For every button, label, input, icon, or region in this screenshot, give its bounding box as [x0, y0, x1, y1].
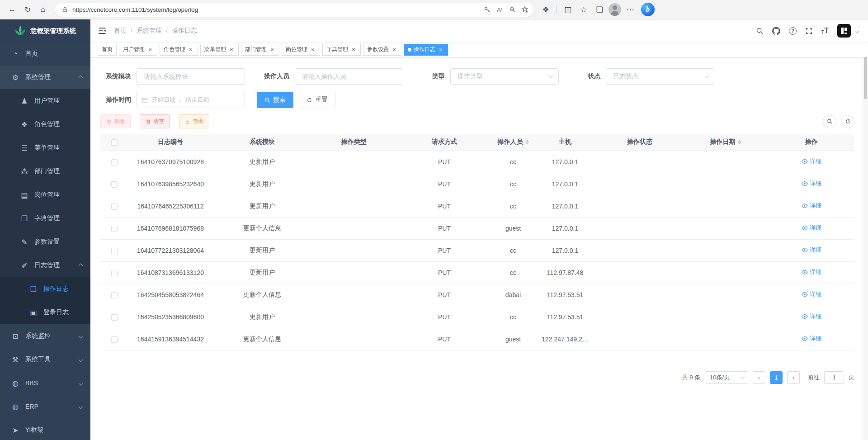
sidebar-menu-item[interactable]: ✎ 参数设置 — [0, 230, 90, 254]
tab-tag[interactable]: 字典管理 × — [322, 44, 361, 56]
sidebar-menu-item[interactable]: ⁂ 部门管理 — [0, 160, 90, 183]
sidebar-menu-item[interactable]: ❏ 操作日志 — [0, 277, 90, 301]
date-range-picker[interactable]: 开始日期 - 结束日期 — [137, 92, 245, 108]
row-checkbox[interactable] — [111, 159, 118, 166]
goto-page-input[interactable] — [824, 371, 844, 384]
tab-tag[interactable]: 操作日志 × — [404, 44, 448, 56]
tab-tag[interactable]: 角色管理 × — [160, 44, 198, 56]
sidebar-menu-item[interactable]: ✐ 日志管理 — [0, 254, 90, 277]
sidebar-menu-item[interactable]: ➤ Yi框架 — [0, 418, 90, 440]
row-checkbox[interactable] — [111, 336, 118, 343]
tab-tag[interactable]: 菜单管理 × — [200, 44, 239, 56]
collections-icon[interactable]: ❏ — [593, 3, 606, 16]
column-header[interactable]: 操作 — [769, 134, 854, 151]
row-checkbox[interactable] — [111, 181, 118, 188]
more-icon[interactable]: ⋯ — [623, 3, 637, 16]
next-page-button[interactable]: › — [787, 371, 800, 384]
status-select[interactable]: 日志状态 — [606, 68, 714, 85]
sidebar-menu-item[interactable]: ▣ 登录日志 — [0, 301, 90, 324]
split-screen-icon[interactable]: ◫ — [561, 3, 575, 16]
user-avatar[interactable] — [837, 24, 851, 38]
fullscreen-icon[interactable] — [805, 27, 813, 35]
search-icon[interactable] — [756, 27, 764, 35]
operator-input[interactable] — [295, 68, 403, 85]
column-header[interactable]: 操作人员 — [493, 134, 533, 151]
back-icon[interactable]: ← — [5, 3, 19, 16]
sidebar-menu-item[interactable]: ☰ 菜单管理 — [0, 136, 90, 160]
delete-button[interactable]: 删除 — [100, 114, 131, 128]
github-icon[interactable] — [772, 27, 780, 35]
close-icon[interactable]: × — [228, 47, 235, 53]
sidebar-menu-item[interactable]: ⚒ 系统工具 — [0, 348, 90, 371]
sidebar-menu-item[interactable]: ⊡ 系统监控 — [0, 324, 90, 348]
row-checkbox[interactable] — [111, 248, 118, 254]
close-icon[interactable]: × — [391, 47, 397, 53]
column-header[interactable]: 操作类型 — [312, 134, 396, 151]
sidebar-menu-item[interactable]: ♟ 用户管理 — [0, 89, 90, 113]
row-checkbox[interactable] — [111, 203, 118, 210]
help-icon[interactable]: ? — [789, 27, 797, 35]
home-icon[interactable]: ⌂ — [36, 3, 50, 16]
row-checkbox[interactable] — [111, 314, 118, 321]
search-button[interactable]: 搜索 — [257, 92, 293, 108]
close-icon[interactable]: × — [269, 47, 275, 53]
detail-link[interactable]: 详细 — [802, 290, 821, 298]
detail-link[interactable]: 详细 — [802, 268, 821, 276]
sort-icon[interactable] — [525, 138, 529, 146]
column-header[interactable]: 系统模块 — [212, 134, 312, 151]
row-checkbox[interactable] — [111, 292, 118, 298]
reset-button[interactable]: 重置 — [299, 92, 335, 108]
detail-link[interactable]: 详细 — [802, 202, 821, 210]
export-button[interactable]: 导出 — [179, 114, 209, 128]
breadcrumb-item[interactable]: 首页 — [114, 27, 127, 35]
sidebar-menu-item[interactable]: ◍ ERP — [0, 395, 90, 418]
tab-tag[interactable]: 用户管理 × — [119, 44, 157, 56]
zoom-out-icon[interactable] — [506, 4, 518, 15]
column-header[interactable]: 请求方式 — [396, 134, 493, 151]
key-icon[interactable] — [481, 4, 493, 15]
refresh-icon[interactable]: ↻ — [21, 3, 34, 16]
browser-scrollbar[interactable] — [863, 19, 868, 440]
detail-link[interactable]: 详细 — [802, 246, 821, 254]
page-size-select[interactable]: 10条/页 — [705, 371, 748, 384]
app-logo[interactable]: 意框架管理系统 — [0, 19, 90, 42]
tab-tag[interactable]: 首页 × — [98, 44, 117, 56]
extensions-icon[interactable]: ❖ — [539, 3, 552, 16]
detail-link[interactable]: 详细 — [802, 180, 821, 188]
tab-tag[interactable]: 岗位管理 × — [282, 44, 320, 56]
column-header[interactable]: 日志编号 — [128, 134, 212, 151]
sidebar-fold-icon[interactable] — [90, 26, 114, 35]
profile-avatar[interactable] — [609, 3, 621, 16]
clear-button[interactable]: 清空 — [140, 114, 170, 128]
detail-link[interactable]: 详细 — [802, 312, 821, 321]
address-bar[interactable]: https://ccnetcore.com:1101/system/log/op… — [55, 3, 533, 17]
sidebar-menu-item[interactable]: ❒ 字典管理 — [0, 207, 90, 230]
close-icon[interactable]: × — [438, 47, 444, 53]
module-input[interactable] — [137, 68, 245, 85]
font-size-icon[interactable]: TT — [821, 27, 829, 35]
prev-page-button[interactable]: ‹ — [753, 371, 765, 384]
read-aloud-icon[interactable]: A⁾ — [494, 4, 505, 15]
detail-link[interactable]: 详细 — [802, 157, 821, 166]
close-icon[interactable]: × — [350, 47, 357, 53]
current-page-button[interactable]: 1 — [770, 371, 783, 384]
sidebar-menu-item[interactable]: ◍ BBS — [0, 371, 90, 395]
sidebar-menu-item[interactable]: ⚙ 系统管理 — [0, 66, 90, 89]
type-select[interactable]: 操作类型 — [450, 68, 559, 85]
tab-tag[interactable]: 部门管理 × — [241, 44, 279, 56]
detail-link[interactable]: 详细 — [802, 224, 821, 232]
sort-icon[interactable] — [738, 138, 741, 146]
toggle-search-button[interactable] — [823, 115, 836, 128]
close-icon[interactable]: × — [310, 47, 316, 53]
column-header[interactable]: 操作日期 — [683, 134, 769, 151]
row-checkbox[interactable] — [111, 270, 118, 276]
favorites-bar-icon[interactable]: ☆ — [577, 3, 590, 16]
sidebar-menu-item[interactable]: ▤ 岗位管理 — [0, 183, 90, 207]
refresh-table-button[interactable] — [841, 115, 854, 128]
tab-tag[interactable]: 参数设置 × — [363, 44, 401, 56]
close-icon[interactable]: × — [188, 47, 194, 53]
breadcrumb-item[interactable]: 操作日志 — [162, 27, 197, 35]
column-header[interactable]: 主机 — [533, 134, 597, 151]
copilot-icon[interactable]: b — [641, 3, 655, 16]
sidebar-menu-item[interactable]: ❖ 角色管理 — [0, 113, 90, 136]
